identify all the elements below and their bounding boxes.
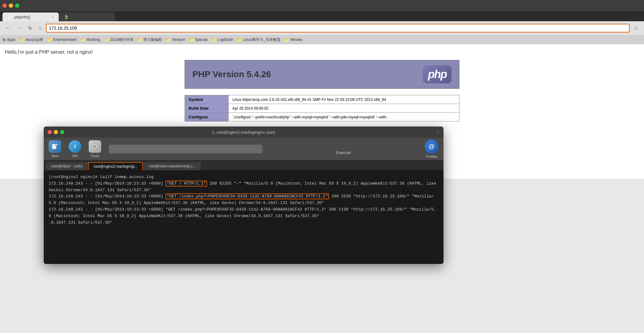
- folder-icon: 📁: [47, 37, 52, 42]
- folder-icon: 📁: [166, 37, 171, 42]
- bookmark-venture[interactable]: 📁 Venture: [166, 37, 185, 42]
- browser-titlebar: [0, 0, 644, 11]
- bookmark-label: Apps: [7, 37, 15, 42]
- folder-icon: 📁: [104, 37, 109, 42]
- execute-label[interactable]: Execute: [336, 150, 351, 155]
- terminal-title: 1. root@nginx2:/var/log/nginx (ssh): [212, 130, 275, 135]
- php-version-title: PHP Version 5.4.26: [192, 69, 271, 79]
- bookmark-label: Linux再学习_马哥教育: [243, 37, 280, 42]
- highlight-get: "GET / HTTP/1.1": [166, 181, 207, 186]
- tab-label: root@mem:/www/lnmmp.c...: [149, 164, 196, 168]
- table-row: Build Date Apr 28 2014 09:56:02: [185, 104, 459, 113]
- tab-bar: 📄 phpinfo() × 🍃: [0, 11, 644, 21]
- maximize-button[interactable]: [15, 3, 19, 8]
- table-label: Configure: [185, 113, 229, 122]
- bookmark-movies[interactable]: 📁 Movies: [284, 37, 302, 42]
- info-icon: i: [69, 140, 81, 153]
- terminal-line-2: 172.16.249.243 - - [01/May/2014:16:23:33…: [49, 181, 438, 194]
- folder-icon: 📁: [137, 37, 142, 42]
- hello-text: Hello,I'm just a PHP server, not a nginx…: [5, 49, 639, 55]
- table-value: Linux httpd.lamp.com 2.6.32-431.el6.x86_…: [229, 95, 459, 104]
- terminal-content[interactable]: [root@nginx2 nginx]# tailf lnmmp.access.…: [44, 170, 443, 264]
- tab-httpd[interactable]: root@httpd:~ (ssh): [46, 162, 87, 170]
- address-bar[interactable]: [46, 24, 630, 32]
- table-row: System Linux httpd.lamp.com 2.6.32-431.e…: [185, 95, 459, 104]
- close-button[interactable]: [2, 3, 7, 8]
- terminal-minimize-button[interactable]: [54, 130, 58, 134]
- info-label: Info: [72, 154, 78, 158]
- close-button[interactable]: Close: [89, 140, 101, 158]
- tab-label: root@nginx2:/var/log/ngi...: [94, 164, 137, 169]
- bookmark-learning[interactable]: 📁 学习新编程: [137, 37, 162, 42]
- bookmark-label: Movies: [290, 37, 302, 42]
- highlight-get-index: "GET /index.php?=PHPE9568F34-D428-11d2-A…: [166, 193, 329, 199]
- close-label: Close: [91, 154, 99, 158]
- new-icon-svg: [52, 143, 58, 150]
- new-label: New: [52, 154, 58, 158]
- terminal-tabs: root@httpd:~ (ssh) root@nginx2:/var/log/…: [44, 160, 443, 170]
- bookmark-linux[interactable]: 📁 Linux再学习_马哥教育: [237, 37, 280, 42]
- bookmark-button[interactable]: ☆: [632, 24, 640, 32]
- minimize-button[interactable]: [9, 3, 13, 8]
- new-button[interactable]: New: [49, 140, 61, 158]
- inactive-tab[interactable]: 🍃: [59, 12, 115, 21]
- tab-label: root@httpd:~ (ssh): [51, 164, 82, 168]
- php-logo-text: php: [428, 68, 447, 81]
- profiles-label: Profiles: [426, 155, 438, 158]
- new-icon: [49, 140, 61, 153]
- bookmark-entertainment[interactable]: 📁 Entertainment: [47, 37, 77, 42]
- forward-button[interactable]: →: [15, 24, 24, 32]
- folder-icon: 📁: [189, 37, 194, 42]
- table-row: Configure './configure' '--prefix=/usr/l…: [185, 113, 459, 122]
- bookmark-cycling[interactable]: 📁 2014骑行环球: [104, 37, 134, 42]
- expand-icon[interactable]: ⤢: [436, 130, 440, 135]
- tab-close-icon[interactable]: ×: [52, 15, 54, 19]
- reload-button[interactable]: ↻: [26, 24, 34, 32]
- search-input[interactable]: [112, 147, 259, 151]
- bookmark-apps[interactable]: ⊞ Apps: [2, 37, 15, 42]
- bookmark-special[interactable]: 📁 Special: [189, 37, 207, 42]
- bookmark-label: Venture: [172, 37, 185, 42]
- nav-bar: ← → ↻ ⌂ ☆: [0, 21, 644, 35]
- back-button[interactable]: ←: [4, 24, 12, 32]
- window-traffic-lights: [2, 3, 19, 8]
- bookmark-okooo[interactable]: 📁 okooo运维: [19, 37, 43, 42]
- terminal-window: 1. root@nginx2:/var/log/nginx (ssh) ⤢ Ne…: [44, 127, 443, 264]
- bookmark-label: 2014骑行环球: [110, 37, 134, 42]
- terminal-maximize-button[interactable]: [60, 130, 64, 134]
- tab-mem[interactable]: root@mem:/www/lnmmp.c...: [144, 162, 201, 170]
- close-icon-svg: [92, 143, 98, 150]
- bookmark-working[interactable]: 📁 Working: [80, 37, 100, 42]
- folder-icon: 📁: [80, 37, 85, 42]
- table-value: Apr 28 2014 09:56:02: [229, 104, 459, 113]
- bookmark-label: Entertainment: [53, 37, 77, 42]
- tab-label: phpinfo(): [14, 15, 30, 19]
- active-tab[interactable]: 📄 phpinfo() ×: [2, 12, 59, 21]
- table-label: System: [185, 95, 229, 104]
- bookmark-logstash[interactable]: 📁 LogStash: [211, 37, 233, 42]
- profiles-icon: @: [425, 140, 438, 153]
- php-logo: php: [423, 65, 452, 83]
- terminal-close-button[interactable]: [47, 130, 52, 134]
- folder-icon: 📁: [284, 37, 289, 42]
- folder-icon: 📁: [237, 37, 242, 42]
- phpinfo-header: PHP Version 5.4.26 php: [185, 60, 459, 89]
- info-button[interactable]: i Info: [69, 140, 81, 158]
- bookmarks-bar: ⊞ Apps 📁 okooo运维 📁 Entertainment 📁 Worki…: [0, 35, 644, 44]
- search-bar[interactable]: [109, 145, 262, 153]
- bookmark-label: okooo运维: [25, 37, 43, 42]
- close-icon: [89, 140, 101, 153]
- terminal-line-5: .0.1847.131 Safari/537.36": [49, 220, 438, 226]
- bookmark-label: 学习新编程: [143, 37, 162, 42]
- bookmark-label: LogStash: [217, 37, 233, 42]
- url-input[interactable]: [49, 26, 627, 31]
- terminal-traffic-lights: [47, 130, 64, 134]
- terminal-titlebar: 1. root@nginx2:/var/log/nginx (ssh) ⤢: [44, 127, 443, 138]
- profiles-button[interactable]: @ Profiles: [425, 140, 438, 158]
- bookmark-label: Working: [87, 37, 100, 42]
- home-button[interactable]: ⌂: [37, 24, 43, 32]
- tab-nginx2[interactable]: root@nginx2:/var/log/ngi...: [88, 162, 143, 170]
- folder-icon: 📁: [19, 37, 24, 42]
- execute-area: Execute: [270, 143, 417, 155]
- terminal-line-4: 172.16.249.243 - - [01/May/2014:16:23:33…: [49, 206, 438, 220]
